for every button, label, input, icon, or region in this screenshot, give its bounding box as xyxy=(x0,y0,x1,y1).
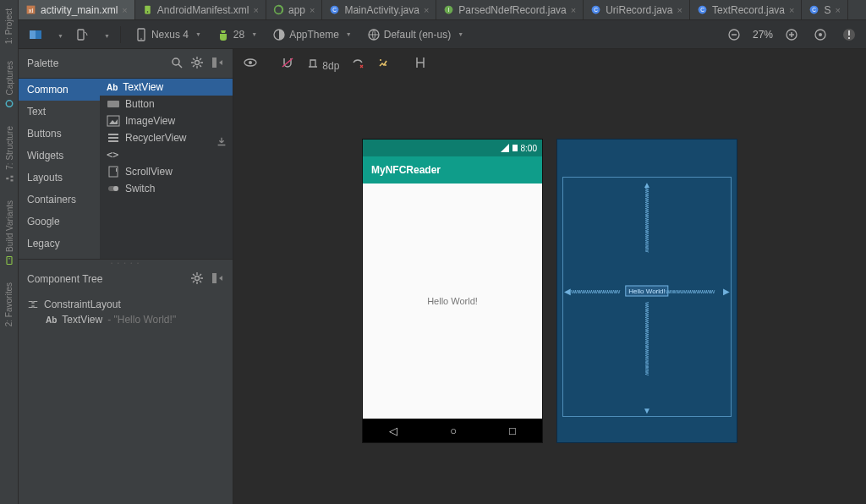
ctree-hide-icon[interactable] xyxy=(211,271,224,288)
palette-cat-layouts[interactable]: Layouts xyxy=(19,167,100,189)
component-tree-title: Component Tree xyxy=(27,273,184,285)
design-surface-toggle[interactable] xyxy=(25,26,46,43)
clear-constraints-icon[interactable] xyxy=(351,56,364,72)
close-icon[interactable]: × xyxy=(424,5,429,15)
view-options-icon[interactable] xyxy=(244,56,257,72)
palette-title: Palette xyxy=(27,58,163,69)
default-margin[interactable]: 8dp xyxy=(306,56,339,72)
warnings-button[interactable] xyxy=(839,26,859,43)
palette-cat-containers[interactable]: Containers xyxy=(19,189,100,211)
palette-items: AbTextViewButtonImageViewRecyclerView<>S… xyxy=(100,79,233,259)
close-icon[interactable]: × xyxy=(571,5,576,15)
zoom-fit-button[interactable] xyxy=(810,26,830,43)
zoom-out-button[interactable] xyxy=(724,26,744,43)
zoom-level: 27% xyxy=(753,29,773,41)
svg-text:C: C xyxy=(594,7,598,13)
tab-s[interactable]: CS× xyxy=(802,0,847,19)
rail-structure[interactable]: 7: Structure xyxy=(4,118,14,192)
locale-selector[interactable]: Default (en-us) xyxy=(364,26,467,43)
svg-line-39 xyxy=(178,64,182,68)
nav-recent-icon: □ xyxy=(509,425,516,437)
design-surface: 8dp 8:00 MyNFCReader xyxy=(233,49,866,504)
palette-search-icon[interactable] xyxy=(170,56,184,72)
palette-cat-text[interactable]: Text xyxy=(19,101,100,123)
svg-point-5 xyxy=(8,258,10,260)
ctree-settings-icon[interactable] xyxy=(190,271,204,288)
palette-cat-widgets[interactable]: Widgets xyxy=(19,145,100,167)
locale-label: Default (en-us) xyxy=(384,29,451,41)
svg-point-25 xyxy=(140,38,142,40)
svg-point-57 xyxy=(380,59,381,61)
close-icon[interactable]: × xyxy=(254,5,259,15)
tab-urirecord-java[interactable]: CUriRecord.java× xyxy=(584,0,690,19)
ctree-child[interactable]: Ab TextView - "Hello World!" xyxy=(46,312,224,327)
orientation-toggle[interactable] xyxy=(72,26,92,43)
svg-rect-49 xyxy=(116,168,117,172)
magnet-icon[interactable] xyxy=(281,56,294,72)
svg-text:C: C xyxy=(700,7,704,13)
svg-rect-8 xyxy=(145,6,151,14)
panel-resize-grip[interactable]: • • • • • xyxy=(19,260,233,266)
palette-item-fragment[interactable]: <> xyxy=(100,146,233,163)
download-icon[interactable] xyxy=(216,136,227,148)
close-icon[interactable]: × xyxy=(310,5,315,15)
close-icon[interactable]: × xyxy=(122,5,127,15)
svg-rect-23 xyxy=(78,30,84,40)
svg-point-58 xyxy=(385,64,386,66)
palette-cat-common[interactable]: Common xyxy=(19,79,100,101)
palette-item-scrollview[interactable]: ScrollView xyxy=(100,163,233,180)
tab-parsedndefrecord-java[interactable]: IParsedNdefRecord.java× xyxy=(436,0,584,19)
rail-project[interactable]: 1: Project xyxy=(4,0,14,52)
svg-rect-36 xyxy=(848,30,850,36)
api-selector[interactable]: 28 xyxy=(213,26,260,43)
nav-back-icon: ◁ xyxy=(389,425,397,437)
palette-item-switch[interactable]: Switch xyxy=(100,180,233,197)
svg-point-38 xyxy=(173,58,179,65)
theme-label: AppTheme xyxy=(289,29,339,41)
close-icon[interactable]: × xyxy=(677,5,682,15)
palette-hide-icon[interactable] xyxy=(211,56,224,72)
status-bar: 8:00 xyxy=(363,140,542,156)
app-bar: MyNFCReader xyxy=(363,156,542,184)
nav-bar: ◁ ○ □ xyxy=(363,419,542,442)
palette-item-recyclerview[interactable]: RecyclerView xyxy=(100,129,233,146)
palette-item-button[interactable]: Button xyxy=(100,96,233,112)
rail-favorites[interactable]: 2: Favorites xyxy=(4,274,14,335)
tab-activity_main-xml[interactable]: xlactivity_main.xml× xyxy=(19,0,135,19)
status-time: 8:00 xyxy=(521,144,537,153)
blueprint-textview[interactable]: Hello World! xyxy=(625,286,668,297)
theme-selector[interactable]: AppTheme xyxy=(269,26,355,43)
close-icon[interactable]: × xyxy=(789,5,794,15)
palette-cat-buttons[interactable]: Buttons xyxy=(19,123,100,145)
device-label: Nexus 4 xyxy=(151,29,189,41)
svg-rect-2 xyxy=(10,176,13,178)
tab-mainactivity-java[interactable]: CMainActivity.java× xyxy=(322,0,436,19)
svg-text:xl: xl xyxy=(29,7,34,14)
rail-build-variants[interactable]: Build Variants xyxy=(4,192,14,274)
palette-item-imageview[interactable]: ImageView xyxy=(100,112,233,129)
tab-app[interactable]: app× xyxy=(266,0,322,19)
tab-textrecord-java[interactable]: CTextRecord.java× xyxy=(690,0,802,19)
api-label: 28 xyxy=(233,29,244,41)
svg-rect-62 xyxy=(512,145,518,151)
palette-item-textview[interactable]: AbTextView xyxy=(100,79,233,96)
svg-point-55 xyxy=(249,61,252,64)
svg-text:C: C xyxy=(333,7,337,13)
rail-captures[interactable]: Captures xyxy=(4,52,14,118)
tab-androidmanifest-xml[interactable]: AndroidManifest.xml× xyxy=(135,0,266,19)
tool-window-rail: 1: Project Captures 7: Structure Build V… xyxy=(0,0,19,504)
svg-rect-42 xyxy=(107,101,119,107)
close-icon[interactable]: × xyxy=(835,5,840,15)
ctree-root[interactable]: ConstraintLayout xyxy=(27,297,224,312)
palette-cat-google[interactable]: Google xyxy=(19,211,100,233)
infer-constraints-icon[interactable] xyxy=(376,56,390,72)
palette-settings-icon[interactable] xyxy=(190,56,204,72)
svg-point-52 xyxy=(195,276,200,280)
device-selector[interactable]: Nexus 4 xyxy=(131,26,205,43)
palette-cat-legacy[interactable]: Legacy xyxy=(19,233,100,255)
zoom-in-button[interactable] xyxy=(781,26,802,43)
svg-point-0 xyxy=(6,101,13,107)
design-preview[interactable]: 8:00 MyNFCReader Hello World! ◁ ○ □ xyxy=(363,140,542,442)
pack-icon[interactable] xyxy=(414,56,427,72)
blueprint-preview[interactable]: ▲ wwwwwwwwwwwwwwww ◀ wwwwwwwwwwww Hello … xyxy=(557,140,737,442)
